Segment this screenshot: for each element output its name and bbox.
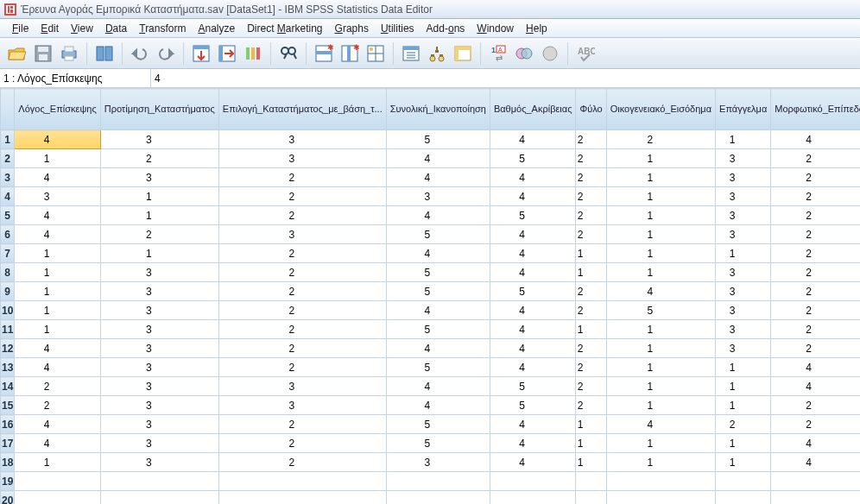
find-icon[interactable] [276,41,300,66]
data-cell[interactable]: 3 [100,453,218,472]
data-cell[interactable]: 1 [15,453,100,472]
data-cell[interactable]: 4 [15,168,100,187]
data-cell[interactable]: 4 [606,282,715,301]
data-cell[interactable]: 4 [606,415,715,434]
data-cell[interactable]: 1 [576,415,606,434]
data-cell[interactable]: 1 [576,244,606,263]
data-cell[interactable]: 3 [218,149,386,168]
goto-case-icon[interactable] [189,41,213,66]
data-cell[interactable]: 3 [716,282,771,301]
data-cell[interactable]: 1 [15,263,100,282]
data-cell[interactable]: 5 [386,320,490,339]
row-header[interactable]: 11 [1,320,15,339]
data-cell[interactable]: 3 [218,130,386,149]
data-cell[interactable]: 2 [576,187,606,206]
data-cell[interactable]: 5 [386,282,490,301]
select-cases-icon[interactable] [425,41,449,66]
data-grid[interactable]: Λόγος_ΕπίσκεψηςΠροτίμηση_ΚαταστήματοςΕπι… [0,88,860,504]
menu-edit[interactable]: Edit [35,21,64,36]
data-cell[interactable]: 4 [386,377,490,396]
data-cell[interactable]: 5 [386,263,490,282]
data-cell[interactable]: 3 [386,187,490,206]
data-cell[interactable]: 3 [100,396,218,415]
recall-dialog-icon[interactable] [92,41,117,66]
data-cell[interactable]: 3 [716,301,771,320]
data-cell[interactable]: 2 [771,339,860,358]
data-cell[interactable]: 2 [771,415,860,434]
data-cell[interactable] [576,472,606,491]
data-cell[interactable]: 2 [15,396,100,415]
data-cell[interactable]: 1 [716,453,771,472]
column-header[interactable]: Λόγος_Επίσκεψης [15,89,100,130]
data-cell[interactable]: 3 [100,415,218,434]
data-cell[interactable]: 2 [576,225,606,244]
undo-icon[interactable] [128,41,152,66]
data-cell[interactable]: 1 [606,453,715,472]
data-cell[interactable]: 4 [15,225,100,244]
data-cell[interactable]: 5 [386,434,490,453]
custom-attributes-icon[interactable] [538,41,562,66]
column-header[interactable]: Προτίμηση_Καταστήματος [100,89,218,130]
row-header[interactable]: 20 [1,491,15,505]
data-cell[interactable]: 4 [490,187,576,206]
data-cell[interactable]: 2 [606,130,715,149]
row-header[interactable]: 6 [1,225,15,244]
data-cell[interactable]: 1 [606,358,715,377]
data-cell[interactable]: 2 [576,149,606,168]
data-cell[interactable]: 3 [100,263,218,282]
row-header[interactable]: 18 [1,453,15,472]
data-cell[interactable]: 2 [716,415,771,434]
data-cell[interactable]: 2 [15,377,100,396]
goto-variable-icon[interactable] [215,41,239,66]
data-cell[interactable]: 1 [716,130,771,149]
data-cell[interactable]: 1 [606,396,715,415]
data-cell[interactable]: 1 [716,377,771,396]
data-cell[interactable] [576,491,606,505]
data-cell[interactable] [771,491,860,505]
data-cell[interactable]: 2 [576,206,606,225]
data-cell[interactable]: 4 [771,377,860,396]
use-sets-icon[interactable]: 1A⇄ [486,41,510,66]
data-cell[interactable]: 2 [576,396,606,415]
data-cell[interactable]: 2 [771,263,860,282]
data-cell[interactable]: 1 [576,263,606,282]
data-cell[interactable] [606,472,715,491]
row-header[interactable]: 16 [1,415,15,434]
active-cell-value[interactable]: 4 [151,69,860,87]
row-header[interactable]: 9 [1,282,15,301]
row-header[interactable]: 3 [1,168,15,187]
data-cell[interactable]: 4 [490,434,576,453]
data-cell[interactable]: 2 [218,187,386,206]
data-cell[interactable]: 5 [490,149,576,168]
data-cell[interactable]: 4 [15,339,100,358]
data-cell[interactable]: 2 [218,320,386,339]
row-header[interactable]: 12 [1,339,15,358]
data-cell[interactable]: 4 [15,130,100,149]
data-cell[interactable]: 2 [576,339,606,358]
data-cell[interactable]: 3 [716,187,771,206]
data-cell[interactable]: 3 [100,377,218,396]
data-cell[interactable] [100,472,218,491]
data-cell[interactable]: 3 [716,149,771,168]
data-cell[interactable]: 4 [490,453,576,472]
data-cell[interactable]: 4 [490,130,576,149]
row-header[interactable]: 15 [1,396,15,415]
data-cell[interactable]: 2 [218,339,386,358]
data-cell[interactable]: 1 [15,244,100,263]
data-cell[interactable]: 1 [716,358,771,377]
menu-direct-marketing[interactable]: Direct Marketing [242,21,327,36]
data-cell[interactable]: 4 [490,263,576,282]
data-cell[interactable]: 2 [771,206,860,225]
data-cell[interactable]: 2 [218,358,386,377]
column-header[interactable]: Βαθμός_Ακρίβειας [490,89,576,130]
data-cell[interactable]: 3 [386,453,490,472]
data-cell[interactable]: 1 [606,225,715,244]
data-cell[interactable]: 1 [606,339,715,358]
data-cell[interactable]: 1 [606,168,715,187]
row-header[interactable]: 4 [1,187,15,206]
data-cell[interactable]: 2 [771,282,860,301]
data-cell[interactable]: 3 [716,225,771,244]
data-cell[interactable] [386,472,490,491]
variables-icon[interactable] [241,41,265,66]
data-cell[interactable]: 4 [386,168,490,187]
